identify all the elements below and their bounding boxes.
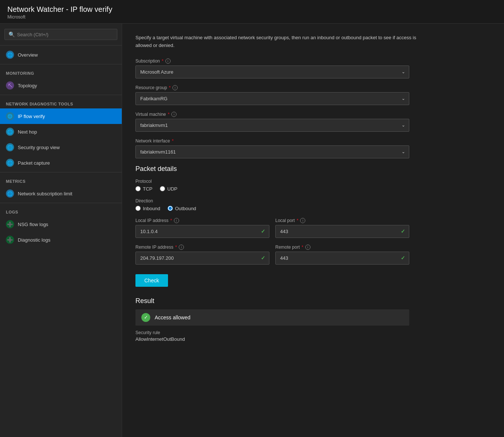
local-port-info-icon[interactable]: i (300, 218, 305, 223)
direction-radio-group: Inbound Outbound (135, 206, 409, 211)
search-box[interactable]: 🔍 (4, 29, 117, 40)
check-button[interactable]: Check (135, 274, 168, 287)
subscription-select-wrapper[interactable]: Microsoft Azure ⌄ (135, 65, 409, 78)
result-success-icon: ✓ (141, 313, 150, 322)
virtual-machine-field: Virtual machine * i fabriakmvm1 ⌄ (135, 112, 409, 132)
page-title: Network Watcher - IP flow verify (7, 5, 497, 14)
sidebar-item-network-subscription[interactable]: 🌐 Network subscription limit (0, 186, 122, 201)
required-star: * (162, 58, 164, 64)
ipflow-icon: 🌐 (6, 112, 14, 120)
required-star-rip: * (175, 245, 177, 250)
divider (0, 64, 122, 64)
local-ip-input[interactable] (136, 225, 269, 238)
remote-port-input-wrapper[interactable]: ✓ (275, 252, 409, 265)
direction-inbound-radio[interactable] (135, 206, 141, 211)
local-port-valid-icon: ✓ (401, 228, 405, 234)
required-star-lip: * (170, 218, 172, 223)
resource-group-info-icon[interactable]: i (172, 85, 178, 90)
remote-port-info-icon[interactable]: i (305, 245, 310, 250)
sidebar-label-security-group: Security group view (18, 145, 60, 150)
vm-select[interactable]: fabriakmvm1 (136, 119, 409, 131)
local-port-input-wrapper[interactable]: ✓ (275, 225, 409, 238)
required-star-rg: * (169, 85, 171, 90)
sidebar-item-nsg-flow-logs[interactable]: ➕ NSG flow logs (0, 216, 122, 232)
local-port-field: Local port * i ✓ (275, 218, 409, 238)
sidebar-item-overview[interactable]: 🌐 Overview (0, 47, 122, 63)
subscription-label: Subscription * i (135, 58, 409, 64)
direction-outbound-option[interactable]: Outbound (168, 206, 196, 211)
globe-icon: 🌐 (6, 51, 14, 59)
direction-field: Direction Inbound Outbound (135, 198, 409, 211)
vm-select-wrapper[interactable]: fabriakmvm1 ⌄ (135, 119, 409, 132)
diaglog-icon: ➕ (6, 236, 14, 244)
sidebar: 🔍 🌐 Overview MONITORING ⛏ Topology NETWO… (0, 24, 122, 437)
network-interface-field: Network interface * fabriakmvm1161 ⌄ (135, 138, 409, 158)
remote-ip-label: Remote IP address * i (135, 245, 269, 250)
remote-ip-input[interactable] (136, 252, 269, 264)
protocol-tcp-option[interactable]: TCP (135, 186, 152, 192)
sidebar-label-diagnostic: Diagnostic logs (18, 237, 50, 243)
protocol-label: Protocol (135, 179, 409, 184)
required-star-rport: * (302, 245, 303, 250)
packet-details-heading: Packet details (135, 165, 491, 173)
resource-group-label: Resource group * i (135, 85, 409, 90)
subscription-info-icon[interactable]: i (165, 58, 171, 64)
local-ip-valid-icon: ✓ (261, 228, 265, 234)
resource-group-field: Resource group * i FabrikamRG ⌄ (135, 85, 409, 105)
direction-outbound-radio[interactable] (168, 206, 173, 211)
divider (0, 203, 122, 203)
protocol-tcp-radio[interactable] (135, 186, 141, 191)
remote-port-valid-icon: ✓ (401, 255, 405, 261)
nexthop-icon: 🌐 (6, 128, 14, 136)
subscription-select[interactable]: Microsoft Azure (136, 66, 409, 78)
section-network-tools: NETWORK DIAGNOSTIC TOOLS (0, 97, 122, 108)
remote-port-label: Remote port * i (275, 245, 409, 250)
protocol-udp-option[interactable]: UDP (160, 186, 177, 192)
local-ip-info-icon[interactable]: i (174, 218, 179, 223)
sidebar-item-next-hop[interactable]: 🌐 Next hop (0, 124, 122, 139)
sidebar-item-topology[interactable]: ⛏ Topology (0, 78, 122, 93)
sidebar-item-security-group-view[interactable]: 🌐 Security group view (0, 139, 122, 155)
protocol-udp-radio[interactable] (160, 186, 165, 191)
page-description: Specify a target virtual machine with as… (135, 34, 417, 50)
local-port-input[interactable] (276, 225, 409, 238)
remote-ip-field: Remote IP address * i ✓ (135, 245, 269, 265)
subscription-field: Subscription * i Microsoft Azure ⌄ (135, 58, 409, 78)
direction-inbound-option[interactable]: Inbound (135, 206, 160, 211)
sidebar-label-nsg: NSG flow logs (18, 222, 48, 227)
direction-label: Direction (135, 198, 409, 204)
main-content: Specify a target virtual machine with as… (122, 24, 504, 437)
required-star-vm: * (168, 112, 170, 117)
search-icon: 🔍 (9, 31, 15, 37)
nsg-icon: ➕ (6, 220, 14, 228)
remote-port-input[interactable] (276, 252, 409, 264)
local-ip-label: Local IP address * i (135, 218, 269, 223)
search-input[interactable] (17, 32, 113, 37)
network-interface-select[interactable]: fabriakmvm1161 (136, 146, 409, 158)
local-port-label: Local port * i (275, 218, 409, 223)
remote-ip-input-wrapper[interactable]: ✓ (135, 252, 269, 265)
secgroup-icon: 🌐 (6, 143, 14, 151)
section-monitoring: MONITORING (0, 66, 122, 78)
resource-group-select[interactable]: FabrikamRG (136, 93, 409, 105)
divider (0, 45, 122, 46)
section-logs: LOGS (0, 205, 122, 216)
networksub-icon: 🌐 (6, 189, 14, 198)
sidebar-label-overview: Overview (18, 52, 38, 58)
sidebar-item-diagnostic-logs[interactable]: ➕ Diagnostic logs (0, 232, 122, 248)
sidebar-item-packet-capture[interactable]: 🌐 Packet capture (0, 155, 122, 171)
remote-ip-info-icon[interactable]: i (179, 245, 184, 250)
local-ip-input-wrapper[interactable]: ✓ (135, 225, 269, 238)
result-row: ✓ Access allowed (135, 309, 409, 326)
local-ip-field: Local IP address * i ✓ (135, 218, 269, 238)
page-subtitle: Microsoft (7, 14, 497, 20)
protocol-field: Protocol TCP UDP (135, 179, 409, 192)
resource-group-select-wrapper[interactable]: FabrikamRG ⌄ (135, 92, 409, 105)
sidebar-label-packet-capture: Packet capture (18, 160, 50, 166)
network-interface-select-wrapper[interactable]: fabriakmvm1161 ⌄ (135, 145, 409, 158)
security-rule-label: Security rule (135, 330, 491, 335)
divider (0, 172, 122, 172)
security-rule-section: Security rule AllowInternetOutBound (135, 330, 491, 342)
vm-info-icon[interactable]: i (171, 112, 177, 117)
sidebar-item-ip-flow-verify[interactable]: 🌐 IP flow verify (0, 108, 122, 124)
